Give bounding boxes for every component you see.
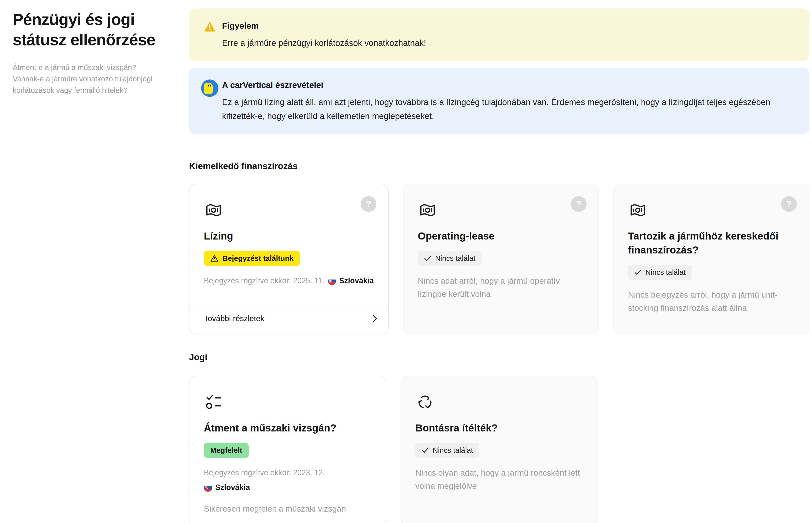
card-operating-lease: ? Operating-lease Nincs találat Nincs ad… <box>403 184 599 335</box>
banknote-icon <box>628 200 648 220</box>
check-icon <box>634 269 642 275</box>
more-details-button[interactable]: További részletek <box>190 306 388 324</box>
check-icon <box>422 447 429 453</box>
record-found-badge: Bejegyzést találtunk <box>204 251 300 266</box>
card-title: Bontásra ítélték? <box>415 421 498 435</box>
badge-label: Megfelelt <box>210 446 242 454</box>
country-name: Szlovákia <box>339 275 374 286</box>
chevron-right-icon <box>372 314 377 323</box>
card-dealer-financing: ? Tartozik a járműhöz kereskedői finansz… <box>613 184 809 335</box>
badge-label: Nincs találat <box>435 254 475 263</box>
legal-cards-grid: Átment a műszaki vizsgán? Megfelelt Beje… <box>189 376 809 523</box>
badge-label: Nincs találat <box>433 446 473 454</box>
section-intro: Pénzügyi és jogi státusz ellenőrzése Átm… <box>13 9 159 96</box>
help-icon[interactable]: ? <box>781 196 797 212</box>
check-icon <box>424 255 431 261</box>
help-icon[interactable]: ? <box>361 196 376 212</box>
carvertical-mascot-icon <box>198 79 222 123</box>
passed-badge: Megfelelt <box>204 443 249 458</box>
card-description: Sikeresen megfelelt a műszaki vizsgán <box>204 502 346 516</box>
record-date: Bejegyzés rögzítve ekkor: 2025. 11. <box>204 275 324 286</box>
card-description: Nincs adat arról, hogy a jármű operatív … <box>418 274 584 301</box>
section-content: Figyelem Erre a járműre pénzügyi korláto… <box>189 8 809 523</box>
card-scrapped: Bontásra ítélték? Nincs találat Nincs ol… <box>400 376 598 523</box>
checklist-icon <box>204 392 223 412</box>
slovakia-flag-icon <box>204 483 212 492</box>
section-header-financing: Kiemelkedő finanszírozás <box>189 161 809 171</box>
warning-outline-icon <box>210 254 219 262</box>
page-title: Pénzügyi és jogi státusz ellenőrzése <box>13 9 159 50</box>
warning-banner-message: Erre a járműre pénzügyi korlátozások von… <box>222 36 792 50</box>
more-details-label: További részletek <box>204 314 264 323</box>
financing-cards-grid: ? Lízing Bejegyzést találtunk Bejegyzés … <box>189 184 809 335</box>
country-row: Szlovákia <box>328 275 374 286</box>
page-description: Átment-e a jármű a műszaki vizsgán? Vann… <box>13 62 159 96</box>
slovakia-flag-icon <box>328 276 336 285</box>
recycle-icon <box>415 392 435 412</box>
help-glyph: ? <box>786 199 792 209</box>
banknote-icon <box>418 200 437 220</box>
card-description: Nincs bejegyzés arról, hogy a jármű unit… <box>628 288 794 314</box>
warning-banner-title: Figyelem <box>222 19 792 32</box>
warning-banner: Figyelem Erre a járműre pénzügyi korláto… <box>189 8 809 61</box>
card-title: Tartozik a járműhöz kereskedői finanszír… <box>628 229 794 257</box>
card-title: Lízing <box>204 229 233 243</box>
banknote-icon <box>204 200 223 220</box>
no-records-badge: Nincs találat <box>415 443 480 458</box>
badge-label: Bejegyzést találtunk <box>222 254 294 263</box>
card-title: Operating-lease <box>418 229 494 243</box>
record-meta: Bejegyzés rögzítve ekkor: 2025. 11. <box>204 275 374 286</box>
country-name: Szlovákia <box>215 482 250 493</box>
card-title: Átment a műszaki vizsgán? <box>204 421 337 435</box>
help-icon[interactable]: ? <box>571 196 587 212</box>
warning-triangle-icon <box>198 19 222 50</box>
financial-legal-status-page: Pénzügyi és jogi státusz ellenőrzése Átm… <box>0 0 812 523</box>
section-header-legal: Jogi <box>189 352 809 362</box>
no-records-badge: Nincs találat <box>418 251 482 266</box>
help-glyph: ? <box>576 199 581 209</box>
country-row: Szlovákia <box>204 482 250 493</box>
record-date: Bejegyzés rögzítve ekkor: 2023. 12. <box>204 468 325 477</box>
record-meta: Bejegyzés rögzítve ekkor: 2023. 12. <box>204 467 371 495</box>
card-leasing: ? Lízing Bejegyzést találtunk Bejegyzés … <box>189 184 389 335</box>
insight-banner-message: Ez a jármű lízing alatt áll, ami azt jel… <box>222 95 792 123</box>
card-description: Nincs olyan adat, hogy a jármű roncsként… <box>415 466 583 492</box>
insight-banner: A carVertical észrevételei Ez a jármű lí… <box>189 68 809 134</box>
card-technical-inspection: Átment a műszaki vizsgán? Megfelelt Beje… <box>189 376 386 523</box>
help-glyph: ? <box>366 199 371 209</box>
badge-label: Nincs találat <box>645 268 686 276</box>
insight-banner-title: A carVertical észrevételei <box>222 79 792 91</box>
no-records-badge: Nincs találat <box>628 265 692 280</box>
